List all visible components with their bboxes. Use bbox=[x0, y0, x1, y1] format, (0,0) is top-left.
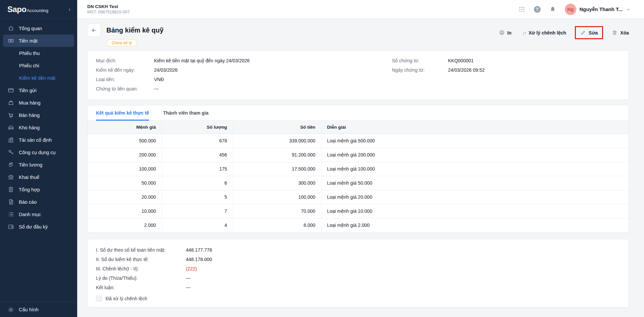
apps-grid-icon[interactable] bbox=[518, 6, 525, 13]
sapo-accounting-logo: SapoAccounting bbox=[7, 5, 48, 14]
delete-button[interactable]: Xóa bbox=[612, 30, 629, 36]
processed-checkbox-row: Đã xử lý chênh lệch bbox=[96, 296, 620, 302]
denomination-table: Mệnh giá Số lượng Số tiền Diễn giải 500.… bbox=[88, 121, 629, 232]
back-button[interactable] bbox=[87, 23, 101, 37]
summary-value: 448.177.778 bbox=[186, 246, 212, 254]
notifications-bell-icon[interactable] bbox=[549, 6, 556, 13]
sidebar-item-danh-muc[interactable]: Danh mục bbox=[0, 208, 77, 220]
inventory-result-card: Kết quả kiểm kê thực tế Thành viên tham … bbox=[87, 105, 629, 233]
sidebar-item-label: Tài sản cố định bbox=[19, 137, 52, 143]
sidebar-item-tien-mat[interactable]: Tiền mặt bbox=[3, 35, 74, 47]
cell-dien-giai: Loại mệnh giá 500.000 bbox=[321, 134, 629, 148]
avatar: Ng bbox=[565, 4, 576, 15]
sidebar-item-label: Công cụ dụng cụ bbox=[19, 150, 56, 155]
sidebar-item-kho-hang[interactable]: Kho hàng bbox=[0, 121, 77, 134]
edit-button[interactable]: Sửa bbox=[580, 30, 598, 36]
summary-label: Kết luận: bbox=[96, 284, 186, 292]
process-difference-button[interactable]: ↓↑ Xử lý chênh lệch bbox=[522, 30, 566, 36]
sidebar-footer-label: Cấu hình bbox=[19, 307, 39, 312]
list-icon bbox=[8, 211, 14, 217]
hand-coins-icon bbox=[8, 162, 14, 168]
sidebar-item-label: Kiểm kê tiền mặt bbox=[19, 75, 55, 81]
sidebar-item-kiem-ke-tien-mat[interactable]: Kiểm kê tiền mặt bbox=[0, 72, 77, 84]
field-value: 24/03/2026 bbox=[154, 66, 178, 74]
gear-icon bbox=[8, 307, 14, 313]
sidebar-item-label: Tiền gửi bbox=[19, 88, 37, 93]
field-label: Chứng từ liên quan: bbox=[96, 85, 154, 93]
cell-so-luong: 6 bbox=[162, 176, 233, 190]
processed-checkbox[interactable] bbox=[96, 296, 102, 302]
sidebar-item-cong-cu-dung-cu[interactable]: Công cụ dụng cụ bbox=[0, 146, 77, 158]
page-title: Bảng kiểm kê quỹ bbox=[106, 26, 163, 34]
sidebar-item-tong-quan[interactable]: Tổng quan bbox=[0, 22, 77, 35]
cell-so-luong: 678 bbox=[162, 134, 233, 148]
col-header-menh-gia: Mệnh giá bbox=[88, 121, 162, 134]
sidebar-item-phieu-thu[interactable]: Phiếu thu bbox=[0, 47, 77, 59]
sidebar-collapse-icon[interactable]: ‹ bbox=[69, 7, 70, 12]
sidebar-item-so-du-dau-ky[interactable]: Số dư đầu kỳ bbox=[0, 220, 77, 233]
company-info: DN CSKH Test MST: 0987519815-007 bbox=[87, 4, 130, 14]
document-info-card: Mục đích:Kiểm kê tiền mặt tại quỹ đến ng… bbox=[87, 50, 629, 100]
field-label: Số chứng từ: bbox=[392, 57, 448, 65]
sidebar-item-mua-hang[interactable]: Mua hàng bbox=[0, 97, 77, 109]
building-icon bbox=[8, 137, 14, 143]
summary-label: II. Số dư kiểm kê thực tế: bbox=[96, 256, 186, 263]
print-button[interactable]: In bbox=[499, 30, 511, 36]
sidebar-item-tien-luong[interactable]: Tiền lương bbox=[0, 158, 77, 171]
sidebar-item-tai-san-co-dinh[interactable]: Tài sản cố định bbox=[0, 134, 77, 146]
sidebar-item-ban-hang[interactable]: Bán hàng bbox=[0, 109, 77, 121]
user-menu[interactable]: Ng Nguyễn Thanh T... bbox=[565, 4, 631, 15]
sidebar-item-phieu-chi[interactable]: Phiếu chi bbox=[0, 59, 77, 72]
table-row: 50.000 6 300.000 Loại mệnh giá 50.000 bbox=[88, 176, 629, 190]
cell-so-luong: 175 bbox=[162, 162, 233, 176]
field-value: --- bbox=[154, 85, 159, 93]
field-label: Loại tiền: bbox=[96, 76, 154, 83]
cart-icon bbox=[8, 112, 14, 118]
tab-ket-qua-kiem-ke[interactable]: Kết quả kiểm kê thực tế bbox=[96, 106, 149, 120]
cell-menh-gia: 500.000 bbox=[88, 134, 162, 148]
company-tax-code: MST: 0987519815-007 bbox=[87, 10, 130, 14]
sidebar-item-bao-cao[interactable]: Báo cáo bbox=[0, 196, 77, 208]
red-highlight-box: Sửa bbox=[575, 26, 603, 39]
cell-so-tien: 91.200.000 bbox=[233, 148, 321, 162]
cell-so-tien: 17.500.000 bbox=[233, 162, 321, 176]
cell-dien-giai: Loại mệnh giá 10.000 bbox=[321, 204, 629, 218]
sidebar-item-tong-hop[interactable]: Tổng hợp bbox=[0, 183, 77, 196]
sidebar-item-label: Danh mục bbox=[19, 212, 41, 217]
field-label: Kiểm kê đến ngày: bbox=[96, 66, 154, 74]
sidebar-item-label: Tiền lương bbox=[19, 162, 42, 168]
tab-thanh-vien-tham-gia[interactable]: Thành viên tham gia bbox=[163, 106, 208, 120]
user-name: Nguyễn Thanh T... bbox=[580, 6, 623, 12]
table-row: 2.000 4 8.000 Loại mệnh giá 2.000 bbox=[88, 218, 629, 232]
cell-so-luong: 7 bbox=[162, 204, 233, 218]
page-content: Bảng kiểm kê quỹ Chưa xử lý In ↓↑ Xử lý … bbox=[77, 19, 644, 317]
col-header-so-luong: Số lượng bbox=[162, 121, 233, 134]
cell-so-luong: 5 bbox=[162, 190, 233, 204]
summary-card: I. Số dư theo sổ kế toán tiền mặt:448.17… bbox=[87, 239, 629, 308]
page-header: Bảng kiểm kê quỹ Chưa xử lý In ↓↑ Xử lý … bbox=[87, 23, 629, 47]
field-value: VNĐ bbox=[154, 76, 164, 83]
trash-icon bbox=[612, 30, 617, 36]
cell-so-tien: 8.000 bbox=[233, 218, 321, 232]
report-icon bbox=[8, 199, 14, 205]
table-row: 100.000 175 17.500.000 Loại mệnh giá 100… bbox=[88, 162, 629, 176]
processed-checkbox-label: Đã xử lý chênh lệch bbox=[106, 296, 147, 301]
warehouse-icon bbox=[8, 124, 14, 131]
sidebar-item-label: Bán hàng bbox=[19, 113, 40, 118]
sidebar-item-label: Phiếu thu bbox=[19, 51, 40, 56]
process-difference-label: Xử lý chênh lệch bbox=[529, 30, 566, 36]
help-icon[interactable]: ? bbox=[534, 6, 541, 13]
cell-menh-gia: 10.000 bbox=[88, 204, 162, 218]
sidebar-item-label: Tổng quan bbox=[19, 26, 42, 31]
logo-brand: Sapo bbox=[7, 5, 27, 14]
sidebar-item-label: Khai thuế bbox=[19, 175, 39, 180]
sidebar-item-label: Số dư đầu kỳ bbox=[19, 224, 48, 230]
sidebar-item-khai-thue[interactable]: Khai thuế bbox=[0, 171, 77, 183]
summary-value: --- bbox=[186, 274, 191, 282]
tabs-bar: Kết quả kiểm kê thực tế Thành viên tham … bbox=[88, 106, 629, 121]
table-header-row: Mệnh giá Số lượng Số tiền Diễn giải bbox=[88, 121, 629, 134]
bank-icon bbox=[8, 174, 14, 180]
cell-menh-gia: 20.000 bbox=[88, 190, 162, 204]
sidebar-item-tien-gui[interactable]: Tiền gửi bbox=[0, 84, 77, 97]
sidebar-item-cau-hinh[interactable]: Cấu hình bbox=[0, 302, 77, 317]
